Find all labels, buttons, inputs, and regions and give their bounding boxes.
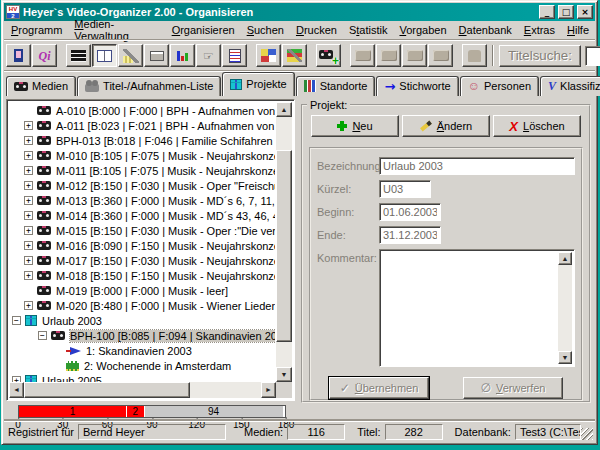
scroll-up-icon[interactable]: ▲ bbox=[276, 102, 292, 117]
expand-icon[interactable]: + bbox=[24, 271, 33, 280]
ende-field[interactable] bbox=[379, 226, 441, 244]
menu-item-organisieren[interactable]: Organisieren bbox=[166, 22, 241, 38]
tab-medien[interactable]: Medien bbox=[6, 76, 76, 96]
tree-item[interactable]: +M-012 [B:150 | F:030 | Musik - Oper "Fr… bbox=[10, 178, 275, 193]
tree-item[interactable]: +M-016 [B:090 | F:150 | Musik - Neujahrs… bbox=[10, 238, 275, 253]
expand-icon[interactable]: + bbox=[24, 166, 33, 175]
scroll-left-icon[interactable]: ◄ bbox=[9, 382, 24, 398]
tree-item[interactable]: +M-010 [B:105 | F:075 | Musik - Neujahrs… bbox=[10, 148, 275, 163]
statistik-button[interactable] bbox=[170, 44, 195, 67]
vertical-scrollbar[interactable]: ▲ ▼ bbox=[276, 102, 292, 382]
videotape-icon bbox=[37, 256, 51, 265]
tree-item-label: Urlaub 2005 bbox=[42, 375, 102, 383]
scroll-down-icon[interactable]: ▼ bbox=[276, 367, 292, 382]
collapse-icon[interactable]: − bbox=[38, 331, 47, 340]
pen-icon bbox=[420, 121, 432, 132]
tab-titel-aufnahmen-liste[interactable]: Titel-/Aufnahmen-Liste bbox=[77, 76, 221, 96]
beenden-button[interactable] bbox=[6, 44, 31, 67]
menu-item-drucken[interactable]: Drucken bbox=[290, 22, 343, 38]
aendern-button[interactable]: Ändern bbox=[402, 115, 490, 137]
tree-item[interactable]: +BPH-013 [B:018 | F:046 | Familie Schifa… bbox=[10, 133, 275, 148]
collapse-icon[interactable]: − bbox=[12, 316, 21, 325]
expand-icon[interactable]: + bbox=[24, 196, 33, 205]
tab-standorte[interactable]: Standorte bbox=[296, 76, 376, 96]
kommentar-scrollbar[interactable]: ▲ ▼ bbox=[558, 252, 572, 364]
tree-item[interactable]: +M-020 [B:480 | F:000 | Musik - Wiener L… bbox=[10, 298, 275, 313]
expand-icon[interactable]: + bbox=[24, 241, 33, 250]
tab-stichworte[interactable]: →Stichworte bbox=[376, 76, 458, 96]
loeschen-button[interactable]: X Löschen bbox=[493, 115, 581, 137]
listen-button[interactable] bbox=[222, 44, 247, 67]
medium-neu-button[interactable]: + bbox=[316, 44, 341, 67]
expand-icon[interactable]: + bbox=[24, 136, 33, 145]
expand-icon[interactable]: + bbox=[24, 181, 33, 190]
minimize-button[interactable]: _ bbox=[539, 5, 555, 19]
disabled-media-4-button[interactable] bbox=[428, 44, 453, 67]
titelsuche-button[interactable]: Titelsuche: bbox=[499, 45, 581, 67]
tree-item[interactable]: +M-015 [B:150 | F:030 | Musik - Oper :"D… bbox=[10, 223, 275, 238]
tree-item[interactable]: A-010 [B:000 | F:000 | BPH - Aufnahmen v… bbox=[10, 103, 275, 118]
tree-item[interactable]: +M-018 [B:150 | F:150 | Musik - Neujahrs… bbox=[10, 268, 275, 283]
vertical-scroll-thumb[interactable] bbox=[276, 150, 292, 342]
resize-grip[interactable] bbox=[581, 428, 593, 440]
expand-icon[interactable]: + bbox=[24, 256, 33, 265]
scroll-up-icon[interactable]: ▲ bbox=[558, 252, 572, 265]
tab-personen[interactable]: ☺Personen bbox=[460, 76, 539, 96]
tree-item[interactable]: +Urlaub 2005 bbox=[10, 373, 275, 382]
expand-icon[interactable]: + bbox=[24, 151, 33, 160]
scroll-right-icon[interactable]: ► bbox=[261, 382, 276, 398]
menu-item-statistik[interactable]: Statistik bbox=[343, 22, 394, 38]
medien-verwaltung-button[interactable] bbox=[66, 44, 91, 67]
expand-icon[interactable]: + bbox=[24, 226, 33, 235]
videotape-icon bbox=[37, 226, 51, 235]
kommentar-field[interactable]: ▲ ▼ bbox=[379, 249, 575, 367]
vorgaben-button[interactable]: ☞ bbox=[196, 44, 221, 67]
expand-icon[interactable]: + bbox=[24, 211, 33, 220]
horizontal-scrollbar[interactable]: ◄ ► bbox=[9, 382, 276, 398]
menu-item-datenbank[interactable]: Datenbank bbox=[453, 22, 518, 38]
tree-item[interactable]: 1: Skandinavien 2003 bbox=[10, 343, 275, 358]
menu-item-hilfe[interactable]: Hilfe bbox=[561, 22, 595, 38]
titelsuche-input[interactable] bbox=[585, 46, 600, 66]
horizontal-scroll-thumb[interactable] bbox=[24, 382, 190, 398]
organisieren-button[interactable] bbox=[92, 44, 117, 67]
tree-item[interactable]: M-019 [B:000 | F:000 | Musik - leer] bbox=[10, 283, 275, 298]
quick-info-button[interactable]: Qi bbox=[32, 44, 57, 67]
drucken-button[interactable] bbox=[144, 44, 169, 67]
maximize-button[interactable]: □ bbox=[558, 5, 574, 19]
neu-button[interactable]: Neu bbox=[311, 115, 399, 137]
menu-item-suchen[interactable]: Suchen bbox=[241, 22, 290, 38]
kuerzel-field[interactable] bbox=[379, 180, 431, 198]
titel-einfaerben-button[interactable] bbox=[282, 44, 307, 67]
tree-item[interactable]: +M-017 [B:150 | F:030 | Musik - Neujahrs… bbox=[10, 253, 275, 268]
tab-projekte[interactable]: Projekte bbox=[222, 72, 294, 96]
tree-item[interactable]: +M-011 [B:105 | F:075 | Musik - Neujahrs… bbox=[10, 163, 275, 178]
menu-item-programm[interactable]: Programm bbox=[5, 22, 68, 38]
scroll-down-icon[interactable]: ▼ bbox=[558, 351, 572, 364]
uebernehmen-button[interactable]: ✓ Übernehmen bbox=[329, 377, 429, 399]
disabled-tool-button[interactable] bbox=[462, 44, 487, 67]
menu-item-extras[interactable]: Extras bbox=[518, 22, 561, 38]
tree-item[interactable]: +A-011 [B:023 | F:021 | BPH - Aufnahmen … bbox=[10, 118, 275, 133]
tree-item[interactable]: 2: Wochenende in Amsterdam bbox=[10, 358, 275, 373]
close-button[interactable]: × bbox=[577, 5, 593, 19]
disabled-media-3-button[interactable] bbox=[402, 44, 427, 67]
disabled-media-2-button[interactable] bbox=[376, 44, 401, 67]
expand-icon[interactable]: + bbox=[24, 301, 33, 310]
tab-klassifizierungen[interactable]: VKlassifizierungen bbox=[540, 76, 600, 96]
tree-item[interactable]: +M-013 [B:360 | F:000 | Musik - MD´s 6, … bbox=[10, 193, 275, 208]
beginn-field[interactable] bbox=[379, 203, 441, 221]
menu-item-vorgaben[interactable]: Vorgaben bbox=[393, 22, 452, 38]
usage-segment: 94 bbox=[145, 406, 284, 417]
medien-einfaerben-button[interactable] bbox=[256, 44, 281, 67]
verwerfen-button[interactable]: ∅ Verwerfen bbox=[463, 377, 563, 399]
tree-item[interactable]: −BPH-100 [B:085 | F:094 | Skandinavien 2… bbox=[10, 328, 275, 343]
expand-icon[interactable]: + bbox=[24, 121, 33, 130]
bezeichnung-field[interactable] bbox=[379, 157, 575, 175]
disabled-media-1-button[interactable] bbox=[350, 44, 375, 67]
tree-item[interactable]: +M-014 [B:360 | F:000 | Musik - MD´s 43,… bbox=[10, 208, 275, 223]
suchen-button[interactable] bbox=[118, 44, 143, 67]
videotape-icon bbox=[37, 121, 51, 130]
tree-item[interactable]: −Urlaub 2003 bbox=[10, 313, 275, 328]
flashlight-icon bbox=[123, 49, 139, 63]
